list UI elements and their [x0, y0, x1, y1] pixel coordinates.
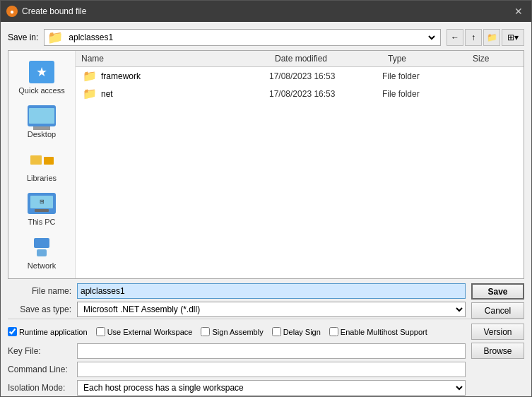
back-button[interactable]: ←: [447, 29, 463, 46]
save-button[interactable]: Save: [471, 283, 524, 300]
folder-icon: 📁: [47, 30, 63, 45]
key-file-label: Key File:: [8, 346, 71, 356]
sign-assembly-checkbox[interactable]: Sign Assembly: [201, 327, 263, 336]
command-line-input[interactable]: [77, 362, 466, 377]
use-external-workspace-checkbox[interactable]: Use External Workspace: [96, 327, 193, 336]
quick-access-icon-box: ★: [28, 59, 56, 85]
sidebar-item-label: Libraries: [27, 174, 57, 182]
table-row[interactable]: 📁 net 17/08/2023 16:53 File folder: [76, 85, 524, 102]
enable-multihost-checkbox[interactable]: Enable Multihost Support: [329, 327, 427, 336]
file-list: 📁 framework 17/08/2023 16:53 File folder…: [76, 67, 524, 278]
sidebar-item-label: This PC: [28, 218, 55, 226]
sidebar-item-label: Desktop: [28, 130, 56, 138]
extra-fields: Key File: Browse Command Line: Isolation…: [8, 343, 524, 396]
saveastype-row: Save as type: Microsoft .NET Assembly (*…: [8, 302, 466, 317]
libraries-icon-box: [28, 147, 56, 172]
table-row[interactable]: 📁 framework 17/08/2023 16:53 File folder: [76, 67, 524, 85]
col-type[interactable]: Type: [382, 52, 467, 65]
close-button[interactable]: ✕: [512, 4, 526, 18]
filename-label: File name:: [8, 286, 71, 296]
isolation-mode-label: Isolation Mode:: [8, 383, 71, 393]
file-date: 17/08/2023 16:53: [269, 71, 382, 81]
sidebar-item-quick-access[interactable]: ★ Quick access: [13, 57, 70, 97]
dialog-body: Save in: 📁 aplclasses1 ← ↑ 📁 ⊞▾ ★: [1, 22, 531, 397]
views-button[interactable]: ⊞▾: [502, 29, 524, 46]
save-in-select[interactable]: aplclasses1: [66, 32, 437, 43]
col-name[interactable]: Name: [76, 52, 269, 65]
app-icon: ●: [6, 6, 18, 17]
key-file-row: Key File: Browse: [8, 343, 524, 359]
runtime-application-label: Runtime application: [19, 328, 88, 336]
saveastype-select[interactable]: Microsoft .NET Assembly (*.dll): [77, 302, 466, 317]
dialog-title: Create bound file: [22, 6, 86, 16]
enable-multihost-label: Enable Multihost Support: [341, 328, 427, 336]
col-date-modified[interactable]: Date modified: [269, 52, 382, 65]
file-type: File folder: [382, 71, 467, 81]
file-type: File folder: [382, 89, 467, 99]
sidebar-item-desktop[interactable]: Desktop: [13, 100, 70, 141]
title-bar: ● Create bound file ✕: [1, 1, 531, 22]
delay-sign-label: Delay Sign: [283, 328, 321, 336]
sidebar-item-network[interactable]: Network: [13, 232, 70, 273]
bottom-with-btns: File name: Save as type: Microsoft .NET …: [8, 283, 524, 319]
use-external-workspace-label: Use External Workspace: [107, 328, 193, 336]
sidebar-item-libraries[interactable]: Libraries: [13, 144, 70, 185]
title-bar-left: ● Create bound file: [6, 6, 86, 17]
save-in-label: Save in:: [8, 32, 38, 42]
runtime-application-checkbox[interactable]: Runtime application: [8, 327, 88, 336]
folder-icon: 📁: [83, 69, 97, 83]
filename-input[interactable]: [77, 283, 466, 299]
create-bound-file-dialog: ● Create bound file ✕ Save in: 📁 aplclas…: [0, 0, 532, 397]
command-line-row: Command Line:: [8, 362, 524, 377]
delay-sign-input[interactable]: [272, 327, 281, 336]
use-external-workspace-input[interactable]: [96, 327, 105, 336]
main-area: ★ Quick access Desktop: [8, 50, 524, 279]
network-icon-box: [28, 235, 56, 260]
file-name: net: [101, 89, 269, 99]
toolbar-buttons: ← ↑ 📁 ⊞▾: [447, 29, 524, 46]
cancel-button[interactable]: Cancel: [471, 302, 524, 319]
new-folder-button[interactable]: 📁: [483, 29, 500, 46]
saveastype-label: Save as type:: [8, 304, 71, 314]
save-in-row: Save in: 📁 aplclasses1 ← ↑ 📁 ⊞▾: [8, 29, 524, 46]
runtime-application-input[interactable]: [8, 327, 17, 336]
file-list-header: Name Date modified Type Size: [76, 51, 524, 67]
bottom-fields-left: File name: Save as type: Microsoft .NET …: [8, 283, 466, 317]
save-in-combo[interactable]: 📁 aplclasses1: [44, 29, 441, 46]
filename-row: File name:: [8, 283, 466, 299]
col-size[interactable]: Size: [467, 52, 524, 65]
bottom-rows-area: File name: Save as type: Microsoft .NET …: [8, 283, 524, 396]
action-buttons: Save Cancel: [471, 283, 524, 319]
command-line-label: Command Line:: [8, 365, 71, 374]
up-button[interactable]: ↑: [465, 29, 482, 46]
sidebar-item-label: Quick access: [18, 86, 64, 95]
sidebar-item-label: Network: [28, 261, 56, 270]
file-list-area: Name Date modified Type Size 📁 framework…: [76, 51, 524, 278]
desktop-icon-box: [28, 103, 56, 129]
browse-button[interactable]: Browse: [471, 343, 524, 359]
file-name: framework: [101, 71, 269, 81]
version-button[interactable]: Version: [471, 324, 524, 340]
this-pc-icon-box: ⊞: [28, 191, 56, 216]
sidebar-item-this-pc[interactable]: ⊞ This PC: [13, 188, 70, 229]
checkboxes-row: Runtime application Use External Workspa…: [8, 319, 524, 343]
isolation-mode-select[interactable]: Each host process has a single workspace…: [77, 380, 466, 396]
sign-assembly-input[interactable]: [201, 327, 210, 336]
quick-access-icon: ★: [29, 61, 54, 83]
enable-multihost-input[interactable]: [329, 327, 338, 336]
key-file-input[interactable]: [77, 343, 466, 359]
sidebar: ★ Quick access Desktop: [8, 51, 76, 278]
isolation-mode-row: Isolation Mode: Each host process has a …: [8, 380, 524, 396]
folder-icon: 📁: [83, 87, 97, 100]
sign-assembly-label: Sign Assembly: [212, 328, 263, 336]
delay-sign-checkbox[interactable]: Delay Sign: [272, 327, 321, 336]
file-date: 17/08/2023 16:53: [269, 89, 382, 99]
